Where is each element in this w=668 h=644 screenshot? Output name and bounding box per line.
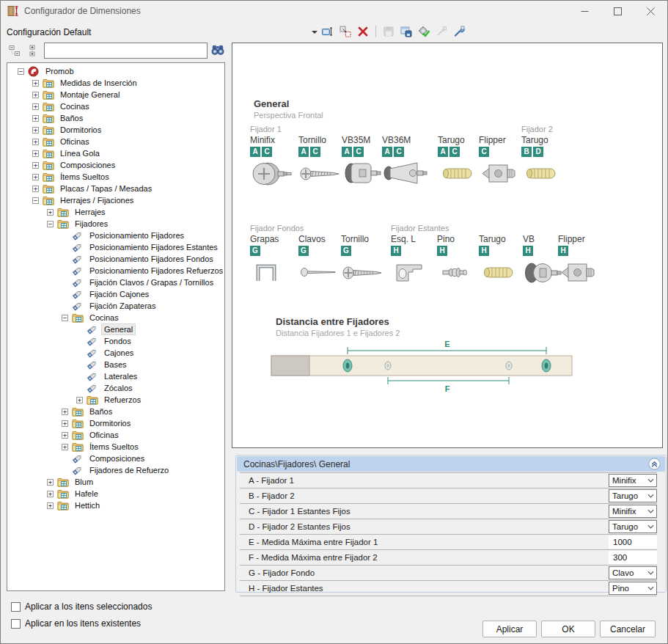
tree-node-hettich[interactable]: +Hettich xyxy=(7,500,224,511)
expand-toggle[interactable]: + xyxy=(32,127,39,133)
tree-node-label[interactable]: Posicionamiento Fijadores xyxy=(87,230,186,241)
duplicate-configuration-button[interactable] xyxy=(338,24,353,39)
tree-node-posicionamiento-fijadores[interactable]: Posicionamiento Fijadores xyxy=(7,230,224,241)
expand-toggle[interactable]: + xyxy=(32,174,39,180)
tree-node-dormitorios[interactable]: +Dormitorios xyxy=(7,124,224,136)
tree-node-label[interactable]: Baños xyxy=(58,113,85,123)
tree-node-label[interactable]: Posicionamiento Fijadores Estantes xyxy=(87,242,220,252)
expand-toggle[interactable]: + xyxy=(32,150,39,157)
tree-node-dormitorios[interactable]: +Dormitorios xyxy=(7,417,224,429)
tree-node-posicionamiento-fijadores-refuerzos[interactable]: Posicionamiento Fijadores Refuerzos xyxy=(7,265,224,277)
collapse-toggle[interactable]: − xyxy=(18,68,24,75)
tree-node-ban-os[interactable]: +Baños xyxy=(7,406,224,417)
collapse-panel-button[interactable] xyxy=(648,458,661,470)
tree-node-label[interactable]: General xyxy=(102,324,135,334)
select-d-fijador-2-estantes-fijos[interactable]: Tarugo xyxy=(609,520,657,533)
expand-toggle[interactable]: + xyxy=(62,432,68,439)
tree-search-input[interactable] xyxy=(44,43,208,59)
tree-node-label[interactable]: Posicionamiento Fijadores Refuerzos xyxy=(87,266,225,276)
tree-node-label[interactable]: Herrajes xyxy=(73,207,108,217)
combo-caret-icon[interactable] xyxy=(312,31,318,34)
export-configuration-button[interactable] xyxy=(399,24,414,39)
share-configuration-button[interactable] xyxy=(434,24,449,39)
tree-node-composiciones[interactable]: Composiciones xyxy=(7,453,224,464)
aplicar-button[interactable]: Aplicar xyxy=(482,621,537,637)
tree-node-bases[interactable]: Bases xyxy=(7,359,224,370)
collapse-toggle[interactable]: − xyxy=(32,197,39,204)
tree-node-label[interactable]: Promob xyxy=(43,66,76,76)
expand-toggle[interactable]: + xyxy=(47,491,54,497)
tree-node-fijadores[interactable]: −Fijadores xyxy=(7,218,224,230)
cancelar-button[interactable]: Cancelar xyxy=(600,621,656,637)
tree-node-laterales[interactable]: Laterales xyxy=(7,370,224,382)
tree-node-herrajes[interactable]: +Herrajes xyxy=(7,206,224,218)
tree-node-cajones[interactable]: Cajones xyxy=(7,347,224,359)
maximize-button[interactable] xyxy=(601,1,634,21)
tree-node-label[interactable]: Hettich xyxy=(73,500,102,511)
tree-node-label[interactable]: Medidas de Inserción xyxy=(58,78,139,88)
expand-toggle[interactable]: + xyxy=(32,162,39,169)
select-b-fijador-2[interactable]: Tarugo xyxy=(609,489,657,502)
apply-selected-items-checkbox[interactable]: Aplicar a los itens seleccionados xyxy=(11,601,152,612)
select-h-fijador-estantes[interactable]: Pino xyxy=(609,582,657,595)
tree-node-cocinas[interactable]: −Cocinas xyxy=(7,312,224,323)
expand-toggle[interactable]: + xyxy=(32,92,39,98)
tree-node-refuerzos[interactable]: +Refuerzos xyxy=(7,394,224,406)
tree-node-montaje-general[interactable]: +Montaje General xyxy=(7,89,224,100)
select-c-fijador-1-estantes-fijos[interactable]: Minifix xyxy=(609,505,657,518)
delete-configuration-button[interactable] xyxy=(356,24,370,39)
tree-node-label[interactable]: Montaje General xyxy=(58,89,122,100)
save-configuration-button[interactable] xyxy=(381,24,396,39)
tree-node-label[interactable]: Posicionamiento Fijadores Fondos xyxy=(87,254,216,264)
tree-node-label[interactable]: Baños xyxy=(87,406,114,417)
tree-node-fijacio-n-cajones[interactable]: Fijación Cajones xyxy=(7,288,224,300)
tree-node-label[interactable]: Fijación Zapateras xyxy=(87,301,158,311)
tree-node-posicionamiento-fijadores-fondos[interactable]: Posicionamiento Fijadores Fondos xyxy=(7,253,224,265)
tree-node-ban-os[interactable]: +Baños xyxy=(7,112,224,124)
tree-node-label[interactable]: Composiciones xyxy=(58,160,117,170)
tree-node-hafele[interactable]: +Hafele xyxy=(7,488,224,500)
configuration-combo[interactable]: Configuración Default xyxy=(7,27,91,37)
tree-node-li-nea-gola[interactable]: +Línea Gola xyxy=(7,147,224,159)
rename-configuration-button[interactable] xyxy=(320,24,335,39)
tree-node-placas-tapas-mesadas[interactable]: +Placas / Tapas / Mesadas xyxy=(7,183,224,194)
collapse-toggle[interactable]: − xyxy=(47,221,54,227)
expand-all-button[interactable] xyxy=(25,43,40,58)
tree-node-posicionamiento-fijadores-estantes[interactable]: Posicionamiento Fijadores Estantes xyxy=(7,241,224,253)
checkbox-icon[interactable] xyxy=(11,619,21,629)
tree-node-herrajes-fijaciones[interactable]: −Herrajes / Fijaciones xyxy=(7,194,224,206)
tree-node-label[interactable]: Fijadores xyxy=(73,219,110,229)
tree-node-general[interactable]: General xyxy=(7,323,224,335)
expand-toggle[interactable]: + xyxy=(47,479,54,486)
collapse-toggle[interactable]: − xyxy=(62,315,68,321)
apply-existing-items-checkbox[interactable]: Aplicar en los itens existentes xyxy=(11,618,141,629)
expand-toggle[interactable]: + xyxy=(32,80,39,87)
tree-node-label[interactable]: Cajones xyxy=(102,348,136,358)
expand-toggle[interactable]: + xyxy=(32,115,39,122)
tree-node-label[interactable]: Laterales xyxy=(102,371,139,381)
tree-node-label[interactable]: Hafele xyxy=(73,489,100,499)
tree-node-label[interactable]: Bases xyxy=(102,359,129,370)
tree-node-label[interactable]: Dormitorios xyxy=(87,418,133,428)
tree-node-blum[interactable]: +Blum xyxy=(7,476,224,488)
select-g-fijador-fondo[interactable]: Clavo xyxy=(609,566,657,579)
expand-toggle[interactable]: + xyxy=(62,420,68,427)
expand-toggle[interactable]: + xyxy=(32,139,39,145)
collapse-all-button[interactable] xyxy=(7,43,22,58)
expand-toggle[interactable]: + xyxy=(62,444,68,450)
tree-node-label[interactable]: Oficinas xyxy=(87,430,121,440)
tree-node-promob[interactable]: −Promob xyxy=(7,65,224,77)
find-button[interactable] xyxy=(211,43,226,58)
expand-toggle[interactable]: + xyxy=(76,397,83,403)
tree-node-zo-calos[interactable]: Zócalos xyxy=(7,382,224,394)
configuration-tools-button[interactable] xyxy=(452,24,466,39)
expand-toggle[interactable]: + xyxy=(32,186,39,192)
tree-node-label[interactable]: Cocinas xyxy=(87,312,121,323)
tree-node-label[interactable]: Herrajes / Fijaciones xyxy=(58,195,136,205)
expand-toggle[interactable]: + xyxy=(47,209,54,216)
tree-node-fijadores-de-refuerzo[interactable]: Fijadores de Refuerzo xyxy=(7,464,224,476)
tree-node-label[interactable]: Fijación Cajones xyxy=(87,289,151,299)
tree-node-label[interactable]: Blum xyxy=(73,477,95,487)
tree-node-cocinas[interactable]: +Cocinas xyxy=(7,100,224,112)
tree-node-label[interactable]: Fijación Clavos / Grapas / Tornillos xyxy=(87,277,216,288)
